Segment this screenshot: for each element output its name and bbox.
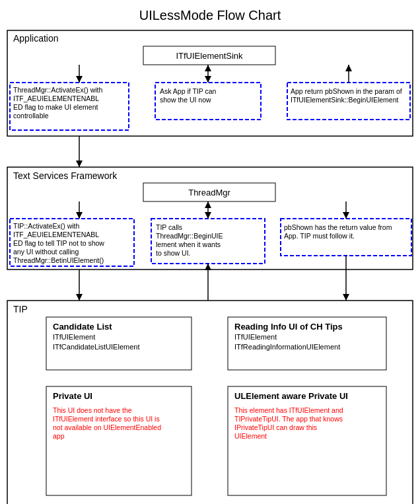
svg-text:IPrivateTipUI can draw this: IPrivateTipUI can draw this — [234, 423, 317, 431]
svg-text:not available on UIElementEnab: not available on UIElementEnabled — [53, 423, 161, 431]
svg-marker-23 — [76, 161, 83, 167]
svg-text:TIPrivateTipUI. The app that k: TIPrivateTipUI. The app that knows — [234, 415, 343, 423]
svg-text:ITfCandidateListUIElement: ITfCandidateListUIElement — [53, 343, 139, 351]
svg-text:ITF_AEUIELEMENTENABL: ITF_AEUIELEMENTENABL — [13, 231, 99, 238]
svg-text:This element has ITfUIElement : This element has ITfUIElement and — [234, 406, 343, 414]
svg-text:TIP::ActivateEx() with: TIP::ActivateEx() with — [13, 222, 80, 230]
svg-text:ED flag to tell TIP not to sho: ED flag to tell TIP not to show — [13, 239, 104, 247]
svg-text:ITfUIElement: ITfUIElement — [234, 333, 277, 341]
svg-text:App return pbShown in the para: App return pbShown in the param of — [291, 87, 402, 95]
svg-text:ThreadMgr::BeginUIE: ThreadMgr::BeginUIE — [156, 232, 223, 240]
svg-text:controllable: controllable — [13, 112, 49, 120]
svg-text:UIElement: UIElement — [234, 432, 267, 440]
svg-text:app: app — [53, 432, 65, 440]
svg-text:Candidate List: Candidate List — [53, 322, 112, 332]
svg-marker-18 — [205, 65, 211, 71]
svg-marker-50 — [76, 294, 83, 301]
svg-text:TIP calls: TIP calls — [156, 223, 182, 231]
svg-text:TIP: TIP — [13, 304, 28, 314]
page-title: UILessMode Flow Chart — [0, 0, 420, 30]
svg-text:pbShown has the return value f: pbShown has the return value from — [284, 223, 392, 231]
svg-marker-48 — [343, 212, 349, 219]
svg-text:Reading Info UI of CH Tips: Reading Info UI of CH Tips — [234, 322, 343, 332]
svg-text:ITfUIElementSink: ITfUIElementSink — [176, 51, 243, 61]
svg-text:ThreadMgr: ThreadMgr — [188, 188, 230, 198]
svg-text:ThreadMgr::ActivateEx() with: ThreadMgr::ActivateEx() with — [13, 86, 103, 94]
svg-text:Ask App if TIP can: Ask App if TIP can — [160, 87, 217, 95]
svg-text:ED flag to make UI element: ED flag to make UI element — [13, 103, 98, 111]
svg-marker-52 — [205, 264, 211, 270]
svg-text:lement when it wants: lement when it wants — [156, 240, 221, 248]
svg-marker-46 — [205, 212, 211, 219]
svg-marker-43 — [76, 212, 83, 219]
svg-text:Text Services Framework: Text Services Framework — [13, 170, 118, 181]
svg-text:any UI without calling: any UI without calling — [13, 248, 79, 256]
svg-rect-65 — [46, 386, 192, 495]
svg-text:ITfUIElement: ITfUIElement — [53, 333, 95, 341]
svg-marker-45 — [205, 201, 211, 208]
svg-text:Private UI: Private UI — [53, 391, 92, 401]
svg-text:to show UI.: to show UI. — [156, 249, 191, 257]
svg-text:ULElement aware Private UI: ULElement aware Private UI — [234, 391, 348, 401]
svg-marker-54 — [343, 294, 349, 301]
svg-marker-21 — [345, 65, 352, 71]
svg-text:App. TIP must follow it.: App. TIP must follow it. — [284, 232, 355, 240]
svg-text:ITfReadingInformationUIElement: ITfReadingInformationUIElement — [234, 343, 340, 351]
svg-text:ITfUIElementSink::BeginUIEleme: ITfUIElementSink::BeginUIElement — [291, 96, 398, 104]
svg-text:show the UI now: show the UI now — [160, 96, 211, 104]
svg-text:ThreadMgr::BetinUIElement(): ThreadMgr::BetinUIElement() — [13, 256, 104, 264]
svg-text:This UI does not have the: This UI does not have the — [53, 406, 132, 414]
svg-rect-71 — [228, 386, 386, 495]
svg-text:ITfUIElement interface so this: ITfUIElement interface so this UI is — [53, 415, 160, 423]
svg-marker-19 — [205, 76, 211, 83]
svg-text:ITF_AEUIELEMENTENABL: ITF_AEUIELEMENTENABL — [13, 94, 99, 102]
svg-marker-16 — [76, 76, 83, 83]
svg-text:Application: Application — [13, 33, 59, 44]
flow-chart-svg: Application ITfUIElementSink ThreadMgr::… — [7, 30, 413, 504]
